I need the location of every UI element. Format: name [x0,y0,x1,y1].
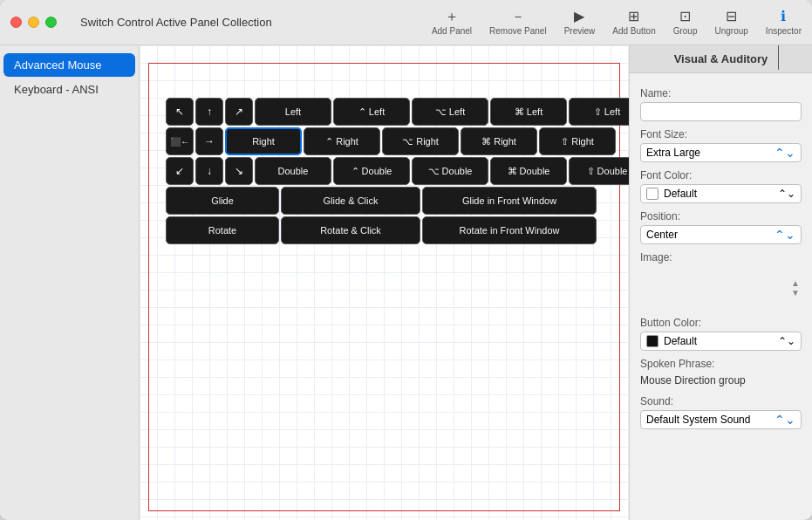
key-ctrl-right[interactable]: ⌃ Right [304,127,380,155]
font-size-dropdown[interactable]: Extra Large ⌃⌄ [640,143,802,162]
inspector-label: Inspector [766,26,802,36]
font-color-dropdown[interactable]: Default ⌃⌄ [640,184,802,203]
font-size-chevron: ⌃⌄ [774,146,795,160]
key-row-3: ↙ ↓ ↘ Double ⌃ Double ⌥ Double ⌘ Double … [166,157,629,185]
inspector-panel: Visual & Auditory Name: Font Size: Extra… [629,45,812,520]
group-icon: ⊡ [679,10,691,24]
image-label: Image: [640,251,802,263]
position-label: Position: [640,210,802,222]
add-button-button[interactable]: ⊞ Add Button [612,10,655,36]
key-row-5: Rotate Rotate & Click Rotate in Front Wi… [166,216,629,244]
remove-panel-label: Remove Panel [489,26,547,36]
position-dropdown[interactable]: Center ⌃⌄ [640,225,802,244]
key-arrow-ne[interactable]: ↗ [225,98,253,126]
name-label: Name: [640,87,802,99]
sound-chevron: ⌃⌄ [774,413,795,427]
add-panel-label: Add Panel [432,26,472,36]
remove-panel-icon: － [511,10,525,24]
spoken-phrase-label: Spoken Phrase: [640,358,802,370]
name-input[interactable] [640,102,802,121]
inspector-button[interactable]: ℹ Inspector [766,10,802,36]
key-row-2: ⬛← → Right ⌃ Right ⌥ Right ⌘ Right ⇧ Rig… [166,127,629,155]
font-color-chevron: ⌃⌄ [778,188,795,200]
key-cmd-right[interactable]: ⌘ Right [461,127,537,155]
add-button-label: Add Button [612,26,655,36]
key-left[interactable]: Left [255,98,331,126]
toolbar-actions: ＋ Add Panel － Remove Panel ▶ Preview ⊞ A… [432,10,802,36]
group-label: Group [673,26,698,36]
add-panel-icon: ＋ [445,10,459,24]
sound-dropdown[interactable]: Default System Sound ⌃⌄ [640,410,802,429]
key-arrow-nw[interactable]: ↖ [166,98,194,126]
position-value: Center [646,229,678,241]
inspector-header: Visual & Auditory [630,45,812,73]
font-color-value: Default [664,188,773,200]
ungroup-label: Ungroup [715,26,748,36]
spoken-phrase-value: Mouse Direction group [640,373,802,388]
key-opt-double[interactable]: ⌥ Double [412,157,488,185]
key-double[interactable]: Double [255,157,331,185]
key-rotate-front[interactable]: Rotate in Front Window [422,216,597,244]
main-content: Advanced Mouse Keyboard - ANSI ↖ ↑ ↗ Lef… [0,45,812,520]
font-color-swatch [646,188,658,200]
key-arrow-n[interactable]: ↑ [195,98,223,126]
inspector-body: Name: Font Size: Extra Large ⌃⌄ Font Col… [630,73,812,520]
key-shift-double[interactable]: ⇧ Double [569,157,629,185]
image-area: ▲ ▼ [640,266,802,310]
close-button[interactable] [10,17,22,28]
sidebar-item-keyboard-ansi[interactable]: Keyboard - ANSI [3,78,135,101]
preview-icon: ▶ [574,10,584,24]
sidebar: Advanced Mouse Keyboard - ANSI [0,45,140,520]
preview-label: Preview [564,26,596,36]
traffic-lights [10,17,57,28]
inspector-icon: ℹ [781,10,786,24]
key-ctrl-double[interactable]: ⌃ Double [333,157,410,185]
key-cmd-left[interactable]: ⌘ Left [490,98,567,126]
add-panel-button[interactable]: ＋ Add Panel [432,10,472,36]
maximize-button[interactable] [45,17,57,28]
button-color-chevron: ⌃⌄ [778,335,795,347]
key-row-1: ↖ ↑ ↗ Left ⌃ Left ⌥ Left ⌘ Left ⇧ Left [166,98,629,126]
ungroup-button[interactable]: ⊟ Ungroup [715,10,748,36]
canvas-area[interactable]: ↖ ↑ ↗ Left ⌃ Left ⌥ Left ⌘ Left ⇧ Left ⬛… [140,45,629,520]
sound-value: Default System Sound [646,414,750,426]
key-glide[interactable]: Glide [166,187,279,215]
minimize-button[interactable] [28,17,39,28]
key-arrow-e[interactable]: → [195,127,223,155]
button-color-value: Default [664,335,773,347]
key-arrow-sw[interactable]: ↙ [166,157,194,185]
window-title: Switch Control Active Panel Collection [80,16,272,29]
key-right[interactable]: Right [225,127,302,155]
main-window: Pokaż lub ukryj opcje paneli, przycisków… [0,0,812,520]
remove-panel-button[interactable]: － Remove Panel [489,10,547,36]
button-color-swatch [646,335,658,347]
key-cmd-double[interactable]: ⌘ Double [490,157,567,185]
sidebar-item-advanced-mouse[interactable]: Advanced Mouse [3,53,135,77]
key-ctrl-left[interactable]: ⌃ Left [333,98,410,126]
key-shift-left[interactable]: ⇧ Left [569,98,629,126]
key-rotate[interactable]: Rotate [166,216,279,244]
titlebar: Switch Control Active Panel Collection ＋… [0,0,812,45]
button-color-label: Button Color: [640,317,802,329]
key-opt-right[interactable]: ⌥ Right [382,127,459,155]
image-chevrons[interactable]: ▲ ▼ [791,278,800,298]
key-opt-left[interactable]: ⌥ Left [412,98,488,126]
group-button[interactable]: ⊡ Group [673,10,698,36]
button-color-dropdown[interactable]: Default ⌃⌄ [640,332,802,351]
toolbar: Switch Control Active Panel Collection ＋… [10,10,802,36]
font-color-label: Font Color: [640,169,802,181]
key-shift-right[interactable]: ⇧ Right [539,127,616,155]
key-rotate-click[interactable]: Rotate & Click [281,216,420,244]
sound-label: Sound: [640,395,802,407]
key-arrow-s[interactable]: ↓ [195,157,223,185]
position-chevron: ⌃⌄ [774,228,795,242]
key-glide-click[interactable]: Glide & Click [281,187,420,215]
font-size-value: Extra Large [646,147,700,159]
key-arrow-se[interactable]: ↘ [225,157,253,185]
key-arrow-w[interactable]: ⬛← [166,127,194,155]
key-glide-front[interactable]: Glide in Front Window [422,187,597,215]
keyboard-area: ↖ ↑ ↗ Left ⌃ Left ⌥ Left ⌘ Left ⇧ Left ⬛… [166,98,629,246]
font-size-label: Font Size: [640,128,802,140]
preview-button[interactable]: ▶ Preview [564,10,596,36]
key-row-4: Glide Glide & Click Glide in Front Windo… [166,187,629,215]
